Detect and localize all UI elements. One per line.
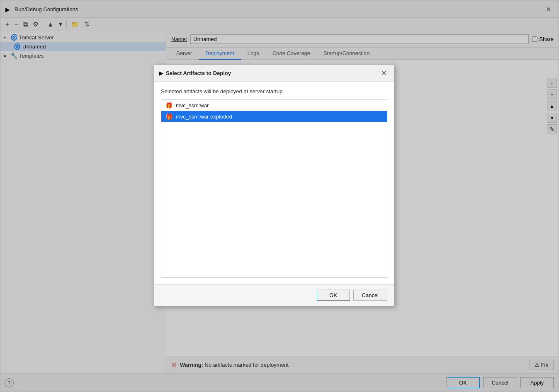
artifact-war-exploded-label: mvc_ssm:war exploded [176,114,232,120]
modal-overlay: ▶ Select Artifacts to Deploy ✕ Selected … [0,0,559,392]
artifact-list: 🎁 mvc_ssm:war 🎁 mvc_ssm:war exploded [161,99,387,278]
modal-close-button[interactable]: ✕ [379,68,389,78]
select-artifacts-modal: ▶ Select Artifacts to Deploy ✕ Selected … [154,65,394,306]
artifact-war-label: mvc_ssm:war [176,102,209,109]
modal-icon: ▶ [159,70,163,76]
artifact-war[interactable]: 🎁 mvc_ssm:war [161,100,387,111]
modal-footer: OK Cancel [154,284,394,306]
modal-subtitle: Selected artifacts will be deployed at s… [161,88,387,94]
modal-title-left: ▶ Select Artifacts to Deploy [159,70,231,76]
modal-ok-button[interactable]: OK [317,290,350,301]
modal-cancel-button[interactable]: Cancel [353,290,387,301]
modal-body: Selected artifacts will be deployed at s… [154,82,394,284]
modal-titlebar: ▶ Select Artifacts to Deploy ✕ [154,65,394,82]
artifact-war-icon: 🎁 [165,102,173,109]
main-window: ▶ Run/Debug Configurations ✕ + − ⧉ ⚙ ▲ ▾… [0,0,559,392]
artifact-war-exploded[interactable]: 🎁 mvc_ssm:war exploded [161,111,387,122]
modal-title: Select Artifacts to Deploy [166,70,231,76]
artifact-war-exploded-icon: 🎁 [165,113,173,120]
